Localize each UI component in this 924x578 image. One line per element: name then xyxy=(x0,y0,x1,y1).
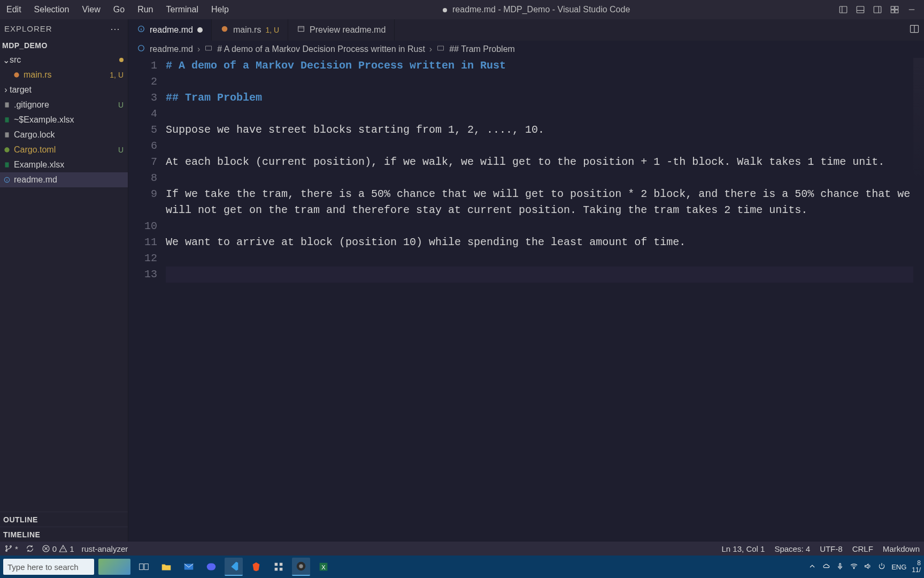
svg-rect-38 xyxy=(144,564,148,570)
code-line[interactable] xyxy=(166,250,913,267)
code-line[interactable] xyxy=(166,267,913,283)
tab-preview-readme[interactable]: Preview readme.md xyxy=(288,19,395,41)
window-title-text: readme.md - MDP_Demo - Visual Studio Cod… xyxy=(452,5,630,14)
tree-file-example-xlsx[interactable]: Example.xlsx xyxy=(0,157,128,172)
task-view-icon[interactable] xyxy=(135,558,153,576)
menu-bar: Edit Selection View Go Run Terminal Help… xyxy=(0,0,924,19)
layout-secondary-sidebar-icon[interactable] xyxy=(872,4,883,16)
code-line[interactable]: ## Tram Problem xyxy=(166,90,913,106)
taskbar-search[interactable]: Type here to search xyxy=(3,559,94,575)
breadcrumbs[interactable]: readme.md › # A demo of a Markov Decisio… xyxy=(128,41,924,58)
tray-onedrive-icon[interactable] xyxy=(822,562,830,572)
status-cursor-pos[interactable]: Ln 13, Col 1 xyxy=(722,544,765,553)
line-number: 12 xyxy=(128,250,157,267)
tab-main-rs[interactable]: main.rs 1, U xyxy=(212,19,288,41)
layout-panel-icon[interactable] xyxy=(854,4,866,16)
status-problems[interactable]: 0 1 xyxy=(42,544,74,553)
sidebar-collapsed-panels: OUTLINE TIMELINE xyxy=(0,512,128,542)
tree-label: readme.md xyxy=(14,175,124,185)
tree-folder-target[interactable]: › target xyxy=(0,82,128,97)
code-line[interactable]: If we take the tram, there is a 50% chan… xyxy=(166,186,913,218)
svg-point-15 xyxy=(4,147,9,152)
tree-folder-src[interactable]: ⌄ src xyxy=(0,52,128,67)
menu-run[interactable]: Run xyxy=(131,0,159,19)
menu-edit[interactable]: Edit xyxy=(0,0,28,19)
code-line[interactable] xyxy=(166,170,913,186)
code-line[interactable] xyxy=(166,74,913,90)
status-bar: * 0 1 rust-analyzer Ln 13, Col 1 Spaces:… xyxy=(0,542,924,556)
menu-terminal[interactable]: Terminal xyxy=(160,0,205,19)
svg-rect-12 xyxy=(5,102,9,107)
dirty-indicator-icon xyxy=(443,8,447,12)
vscode-icon[interactable] xyxy=(225,558,243,576)
status-encoding[interactable]: UTF-8 xyxy=(820,544,843,553)
code-line[interactable] xyxy=(166,138,913,154)
obs-icon[interactable] xyxy=(292,558,310,576)
code-line[interactable]: Suppose we have street blocks starting f… xyxy=(166,122,913,138)
tray-clock[interactable]: 8 11/ xyxy=(912,560,921,574)
code-content[interactable]: # A demo of a Markov Decision Process wr… xyxy=(166,58,924,542)
svg-rect-7 xyxy=(895,6,898,9)
menu-view[interactable]: View xyxy=(75,0,106,19)
window-title: readme.md - MDP_Demo - Visual Studio Cod… xyxy=(235,5,837,14)
sidebar-outline[interactable]: OUTLINE xyxy=(0,512,128,527)
excel-icon[interactable]: X xyxy=(314,558,333,576)
line-number: 7 xyxy=(128,154,157,170)
status-language[interactable]: Markdown xyxy=(883,544,920,553)
svg-rect-37 xyxy=(140,564,143,570)
code-line[interactable]: At each block (current position), if we … xyxy=(166,154,913,170)
minimap[interactable] xyxy=(913,58,924,542)
window-minimize[interactable] xyxy=(906,4,918,16)
menu-help[interactable]: Help xyxy=(205,0,235,19)
tray-power-icon[interactable] xyxy=(877,562,886,572)
status-eol[interactable]: CRLF xyxy=(852,544,873,553)
layout-customize-icon[interactable] xyxy=(889,4,900,16)
mail-icon[interactable] xyxy=(180,558,198,576)
menu-go[interactable]: Go xyxy=(107,0,131,19)
tree-file-readme-md[interactable]: readme.md xyxy=(0,172,128,187)
status-branch[interactable]: * xyxy=(4,544,18,553)
svg-rect-8 xyxy=(891,10,894,13)
tree-file-main-rs[interactable]: main.rs 1, U xyxy=(0,67,128,82)
layout-primary-sidebar-icon[interactable] xyxy=(837,4,849,16)
tray-chevron-up-icon[interactable] xyxy=(808,562,817,572)
workbench: EXPLORER ⋯ MDP_DEMO ⌄ src main.rs 1, U ›… xyxy=(0,19,924,542)
breadcrumb-h1[interactable]: # A demo of a Markov Decision Process wr… xyxy=(217,44,425,54)
status-rust-analyzer[interactable]: rust-analyzer xyxy=(82,544,128,553)
status-spaces[interactable]: Spaces: 4 xyxy=(774,544,810,553)
tree-file-gitignore[interactable]: .gitignore U xyxy=(0,97,128,112)
menu-selection[interactable]: Selection xyxy=(28,0,76,19)
sidebar-project-name[interactable]: MDP_DEMO xyxy=(0,39,128,52)
brave-icon[interactable] xyxy=(247,558,265,576)
breadcrumb-h2[interactable]: ## Tram Problem xyxy=(449,44,515,54)
svg-point-27 xyxy=(138,45,144,51)
code-line[interactable] xyxy=(166,106,913,122)
status-sync[interactable] xyxy=(26,544,34,553)
tray-volume-icon[interactable] xyxy=(864,562,872,572)
tray-mic-icon[interactable] xyxy=(836,562,844,572)
chevron-right-icon: › xyxy=(197,44,200,54)
svg-rect-4 xyxy=(874,6,881,13)
file-explorer-icon[interactable] xyxy=(157,558,175,576)
line-number: 11 xyxy=(128,234,157,250)
discord-icon[interactable] xyxy=(202,558,220,576)
tab-git-status: 1, U xyxy=(265,26,279,34)
open-preview-side-icon[interactable] xyxy=(909,24,920,36)
sidebar-timeline[interactable]: TIMELINE xyxy=(0,527,128,542)
tab-dirty-icon xyxy=(197,27,203,33)
taskbar-news-widget[interactable] xyxy=(98,559,130,575)
tree-file-xlsx-temp[interactable]: ~$Example.xlsx xyxy=(0,112,128,127)
breadcrumb-file[interactable]: readme.md xyxy=(150,44,193,54)
md-heading-icon xyxy=(204,44,213,55)
tray-language[interactable]: ENG xyxy=(891,563,906,571)
app-grid-icon[interactable] xyxy=(270,558,288,576)
code-editor[interactable]: 123456789 10111213 # A demo of a Markov … xyxy=(128,58,924,542)
tree-file-cargo-toml[interactable]: Cargo.toml U xyxy=(0,142,128,157)
tree-file-cargo-lock[interactable]: Cargo.lock xyxy=(0,127,128,142)
tray-wifi-icon[interactable] xyxy=(850,562,858,572)
code-line[interactable]: # A demo of a Markov Decision Process wr… xyxy=(166,58,913,74)
sidebar-more-icon[interactable]: ⋯ xyxy=(110,19,124,39)
tab-readme-md[interactable]: readme.md xyxy=(128,19,212,41)
code-line[interactable] xyxy=(166,218,913,234)
code-line[interactable]: We want to arrive at block (position 10)… xyxy=(166,234,913,250)
